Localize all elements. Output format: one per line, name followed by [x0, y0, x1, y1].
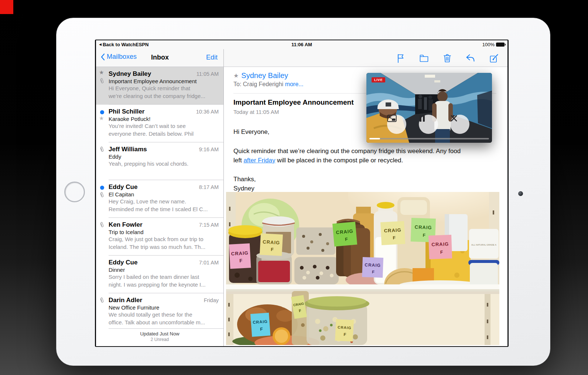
star-icon: ★ [99, 69, 104, 76]
status-bar: ◀ Back to WatchESPN 11:06 AM 100% [96, 40, 507, 49]
body-paragraph: Quick reminder that we’re clearing out t… [233, 146, 496, 165]
row-indicators [96, 293, 109, 329]
email-time: 7:15 AM [199, 222, 219, 228]
email-subject: Trip to Iceland [109, 229, 219, 235]
email-subject: Dinner [109, 267, 219, 273]
ipad-device: ◀ Back to WatchESPN 11:06 AM 100% [56, 18, 550, 366]
svg-text:F: F [345, 237, 348, 242]
pip-progress-fill [369, 138, 380, 139]
email-subject: Important Employee Announcement [109, 78, 219, 84]
paperclip-icon [100, 146, 104, 153]
battery-percent: 100% [482, 42, 495, 47]
sticky-note: CRAIG F [335, 319, 354, 341]
close-pip-button[interactable] [450, 115, 469, 134]
compose-button[interactable] [488, 53, 499, 64]
flag-icon [396, 53, 406, 63]
flag-button[interactable] [395, 53, 406, 64]
email-list: ★ Sydney Bailey11:05 AM Important Employ… [96, 67, 224, 346]
edit-button[interactable]: Edit [206, 54, 218, 61]
svg-text:F: F [271, 247, 274, 252]
email-subject: El Capitan [109, 191, 219, 197]
email-time: Friday [204, 297, 219, 303]
list-unread-count: 2 Unread [96, 337, 223, 342]
pause-button[interactable] [419, 115, 438, 134]
email-time: 8:17 AM [199, 184, 219, 190]
message-sender[interactable]: Sydney Bailey [241, 71, 288, 80]
inbox-title: Inbox [96, 54, 224, 61]
picture-in-picture-button[interactable] [387, 115, 406, 134]
compose-icon [489, 53, 499, 64]
home-button[interactable] [64, 182, 85, 202]
unread-dot-icon [100, 186, 104, 190]
row-indicators [96, 142, 109, 180]
paperclip-icon [100, 192, 104, 198]
email-subject: New Office Furniture [109, 304, 219, 311]
email-preview: We should totally get these for theoffic… [109, 311, 219, 326]
email-row-eddy-cue-2[interactable]: Eddy Cue7:01 AM Dinner Sorry I bailed on… [96, 256, 224, 293]
email-row-eddy-cue-1[interactable]: Eddy Cue8:17 AM El Capitan Hey Craig, Lo… [96, 180, 224, 218]
pip-video-player[interactable]: LIVE [366, 73, 492, 143]
fridge-photo-attachment[interactable]: ALL NATURAL GRADE A [226, 192, 499, 345]
list-updated-status: Updated Just Now [96, 331, 223, 337]
svg-text:F: F [372, 270, 375, 274]
reply-button[interactable] [465, 53, 476, 64]
svg-text:CRAIG: CRAIG [338, 325, 352, 330]
email-sender: Phil Schiller [109, 108, 144, 115]
email-sender: Eddy Cue [109, 183, 137, 191]
email-time: 11:05 AM [196, 71, 219, 77]
email-row-ken-fowler[interactable]: Ken Fowler7:15 AM Trip to Iceland Craig,… [96, 218, 224, 256]
paperclip-icon [100, 222, 104, 228]
email-row-darin-adler[interactable]: Darin AdlerFriday New Office Furniture W… [96, 293, 224, 329]
trash-button[interactable] [442, 53, 453, 64]
row-indicators [96, 256, 109, 293]
svg-text:CRAIG: CRAIG [414, 224, 432, 230]
email-row-jeff-williams[interactable]: Jeff Williams9:16 AM Eddy Yeah, prepping… [96, 142, 224, 180]
email-row-sydney-bailey[interactable]: ★ Sydney Bailey11:05 AM Important Employ… [96, 67, 224, 105]
email-sender: Ken Fowler [109, 221, 143, 229]
email-time: 7:01 AM [199, 260, 219, 266]
unread-dot-icon [100, 110, 104, 114]
email-time: 10:36 AM [196, 109, 219, 115]
email-preview: Hi Everyone, Quick reminder thatwe’re cl… [109, 85, 219, 100]
svg-text:F: F [423, 233, 425, 238]
pip-progress-bar[interactable] [369, 138, 489, 139]
svg-text:CRAIG: CRAIG [431, 241, 449, 247]
sticky-note: CRAIG F [428, 235, 452, 259]
ipad-screen: ◀ Back to WatchESPN 11:06 AM 100% [95, 40, 509, 347]
recording-indicator [0, 0, 13, 14]
reply-icon [465, 53, 476, 63]
email-sender: Sydney Bailey [109, 70, 151, 78]
trash-icon [442, 53, 452, 63]
mail-toolbar [395, 53, 499, 64]
email-row-phil-schiller[interactable]: ★ Phil Schiller10:36 AM Karaoke Potluck!… [96, 105, 224, 142]
battery-indicator: 100% [482, 42, 505, 47]
email-sender: Eddy Cue [109, 259, 137, 266]
after-friday-link[interactable]: after Friday [243, 157, 275, 164]
move-to-folder-button[interactable] [418, 53, 430, 64]
email-preview: You’re invited! Can’t wait to seeeveryon… [109, 122, 219, 138]
svg-text:F: F [343, 332, 346, 337]
pane-divider [223, 49, 224, 346]
close-icon [450, 115, 458, 122]
sticky-note: CRAIG F [250, 313, 270, 337]
email-preview: Sorry I bailed on the team dinner lastni… [109, 273, 219, 288]
front-camera [518, 191, 523, 196]
sticky-note: CRAIG F [229, 243, 251, 269]
email-subject: Karaoke Potluck! [109, 116, 219, 122]
message-star-icon: ★ [233, 72, 239, 79]
svg-text:CRAIG: CRAIG [263, 239, 280, 245]
email-time: 9:16 AM [199, 146, 219, 152]
email-preview: Yeah, prepping his vocal chords. [109, 160, 219, 168]
sticky-note: CRAIG F [362, 257, 383, 278]
svg-text:F: F [239, 258, 243, 263]
paperclip-icon [100, 297, 104, 304]
row-indicators: ★ [96, 105, 109, 142]
status-time: 11:06 AM [96, 42, 507, 47]
live-badge: LIVE [372, 77, 385, 82]
more-link[interactable]: more... [285, 81, 304, 87]
star-icon: ★ [99, 115, 104, 122]
row-indicators [96, 180, 109, 218]
sticky-note: CRAIG F [260, 233, 283, 256]
email-sender: Darin Adler [109, 297, 142, 304]
email-sender: Jeff Williams [109, 146, 147, 153]
